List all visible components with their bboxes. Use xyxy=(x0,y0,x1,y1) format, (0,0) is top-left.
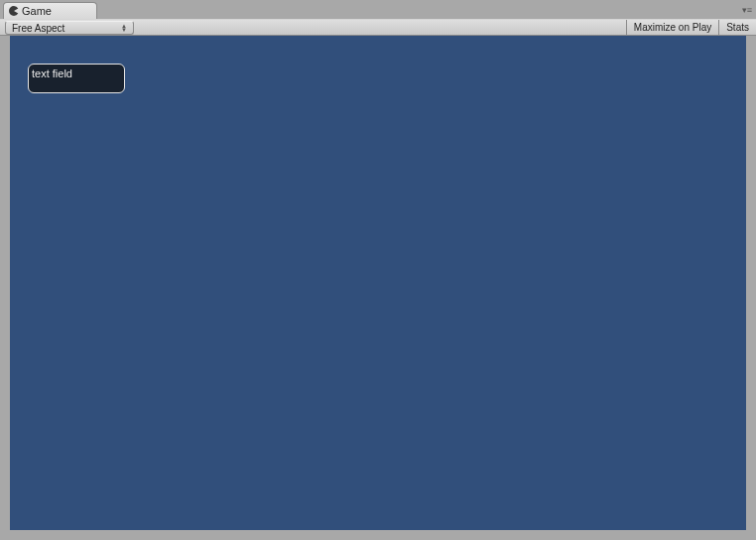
maximize-label: Maximize on Play xyxy=(634,22,711,33)
game-tab[interactable]: Game xyxy=(3,2,97,19)
maximize-on-play-button[interactable]: Maximize on Play xyxy=(626,20,718,35)
dropdown-arrows-icon: ▲▼ xyxy=(121,24,127,32)
stats-button[interactable]: Stats xyxy=(718,20,756,35)
tab-label: Game xyxy=(22,5,52,17)
pacman-icon xyxy=(9,6,19,16)
toolbar-spacer xyxy=(134,20,626,35)
text-field[interactable]: text field xyxy=(28,64,125,93)
tab-row: Game ▾≡ xyxy=(0,0,756,19)
aspect-dropdown[interactable]: Free Aspect ▲▼ xyxy=(5,21,134,35)
game-viewport: text field xyxy=(10,36,746,530)
stats-label: Stats xyxy=(726,22,749,33)
toolbar: Free Aspect ▲▼ Maximize on Play Stats xyxy=(0,19,756,36)
text-field-value: text field xyxy=(32,68,72,79)
tab-menu-icon[interactable]: ▾≡ xyxy=(742,5,752,15)
aspect-dropdown-label: Free Aspect xyxy=(12,23,64,34)
